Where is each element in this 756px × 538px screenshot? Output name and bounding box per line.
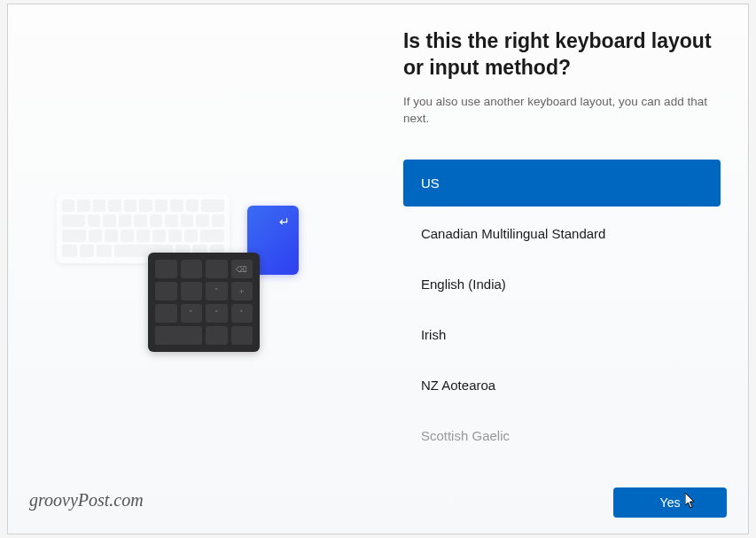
- layout-item-scottish-gaelic[interactable]: Scottish Gaelic: [403, 412, 721, 459]
- yes-button[interactable]: Yes: [613, 487, 727, 518]
- watermark: groovyPost.com: [29, 490, 144, 511]
- layout-label: NZ Aotearoa: [421, 378, 495, 393]
- layout-label: Irish: [421, 327, 446, 342]
- enter-key-icon: ↵: [279, 214, 290, 229]
- backspace-icon: ⌫: [231, 260, 253, 278]
- layout-item-nz-aotearoa[interactable]: NZ Aotearoa: [403, 362, 721, 409]
- layout-label: US: [421, 175, 440, 191]
- layout-label: English (India): [421, 277, 506, 292]
- numpad-dark-graphic: ⌫ ˄+ ˂˅˃: [148, 253, 260, 352]
- layout-label: Scottish Gaelic: [421, 428, 510, 443]
- keyboard-illustration: ↵ ⌫ ˄+ ˂˅˃: [57, 178, 305, 364]
- page-subtitle: If you also use another keyboard layout,…: [403, 94, 748, 128]
- setup-window: ↵ ⌫ ˄+ ˂˅˃ Is this the right keyboard la…: [7, 4, 749, 534]
- layout-item-english-india[interactable]: English (India): [403, 261, 721, 308]
- illustration-pane: ↵ ⌫ ˄+ ˂˅˃: [8, 4, 403, 534]
- layout-label: Canadian Multilingual Standard: [421, 226, 605, 241]
- content-pane: Is this the right keyboard layout or inp…: [403, 4, 748, 534]
- keyboard-layout-list[interactable]: US Canadian Multilingual Standard Englis…: [403, 160, 721, 474]
- page-title: Is this the right keyboard layout or inp…: [403, 28, 748, 82]
- layout-item-canadian-multilingual[interactable]: Canadian Multilingual Standard: [403, 210, 721, 257]
- layout-item-irish[interactable]: Irish: [403, 311, 721, 358]
- layout-item-us[interactable]: US: [403, 160, 721, 207]
- action-bar: Yes: [613, 487, 727, 518]
